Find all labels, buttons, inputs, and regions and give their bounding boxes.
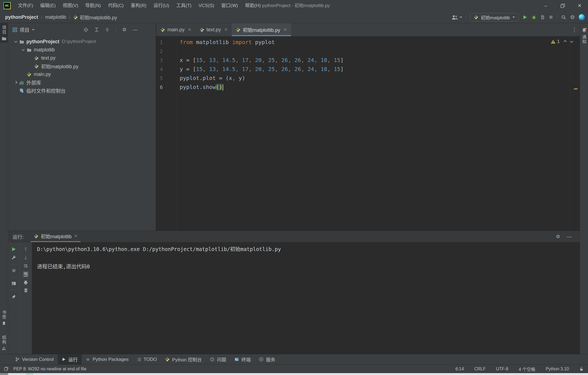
breadcrumb-item[interactable]: matplotlib: [45, 14, 66, 20]
select-opened-file-button[interactable]: [84, 27, 88, 32]
unlock-icon[interactable]: [579, 367, 584, 371]
line-number[interactable]: 6: [156, 83, 177, 92]
pin-tab-button[interactable]: [11, 294, 16, 299]
menu-item[interactable]: 文件(F): [14, 0, 37, 11]
run-options-button[interactable]: ⚙: [556, 234, 560, 239]
run-tab[interactable]: 初始matplotlib ✕: [31, 231, 81, 242]
tool-window-button[interactable]: 问题: [206, 354, 230, 365]
line-number[interactable]: 5: [156, 74, 177, 83]
stripe-button-project[interactable]: 项目: [0, 23, 8, 43]
stop-process-button[interactable]: [12, 268, 16, 273]
warning-icon: [551, 39, 556, 44]
run-button[interactable]: [522, 15, 528, 20]
menu-item[interactable]: 帮助(H): [241, 0, 264, 11]
os-taskbar-edge: [0, 373, 588, 375]
tree-item[interactable]: main.py: [8, 70, 156, 78]
chevron-down-icon[interactable]: [19, 49, 27, 51]
close-icon[interactable]: ✕: [74, 234, 78, 238]
editor-tab[interactable]: text.py✕: [195, 23, 232, 36]
stripe-button-notifications[interactable]: 通知: [580, 25, 588, 46]
menu-item[interactable]: 代码(C): [105, 0, 127, 11]
chevron-right-icon[interactable]: [12, 81, 19, 83]
hide-panel-button[interactable]: —: [133, 27, 138, 32]
breadcrumb-item[interactable]: 初始matplotlib.py: [73, 14, 117, 21]
menu-item[interactable]: 窗口(W): [218, 0, 241, 11]
code-token: 25: [268, 66, 275, 72]
collapse-all-button[interactable]: [105, 27, 109, 32]
clear-console-button[interactable]: [24, 288, 28, 293]
chevron-down-icon[interactable]: [32, 29, 35, 30]
tool-window-switcher-icon[interactable]: [4, 367, 8, 371]
line-number[interactable]: 2: [156, 47, 177, 56]
status-indent[interactable]: 4 个空格: [519, 366, 535, 372]
hide-run-panel-button[interactable]: —: [567, 234, 572, 239]
stripe-button-structure[interactable]: 结构: [0, 333, 8, 353]
editor-tab[interactable]: main.py✕: [156, 23, 195, 36]
breadcrumb-item[interactable]: pythonProject: [5, 14, 38, 20]
tool-window-button[interactable]: 服务: [255, 354, 279, 365]
tree-item[interactable]: text.py: [8, 54, 156, 62]
search-everywhere-button[interactable]: [561, 15, 566, 20]
tree-item[interactable]: pythonProjectD:\pythonProject: [8, 38, 156, 46]
user-menu[interactable]: [451, 15, 462, 20]
tool-window-button[interactable]: 终端: [230, 354, 255, 365]
tool-window-button[interactable]: Python 控制台: [161, 354, 206, 365]
previous-problem-button[interactable]: [564, 40, 566, 43]
stripe-button-bookmarks[interactable]: 书签: [0, 308, 8, 328]
edit-configuration-button[interactable]: [11, 255, 16, 260]
soft-wrap-button[interactable]: [23, 264, 28, 268]
project-options-button[interactable]: ⚙: [122, 27, 127, 32]
menu-item[interactable]: 重构(R): [127, 0, 150, 11]
status-message[interactable]: PEP 8: W292 no newline at end of file: [13, 367, 86, 371]
tab-options-icon[interactable]: ⋮: [572, 23, 577, 36]
debug-button[interactable]: [531, 15, 537, 20]
scrollbar-warning-marker[interactable]: [574, 88, 578, 89]
close-icon[interactable]: ✕: [283, 27, 287, 32]
close-button[interactable]: ✕: [571, 0, 588, 11]
run-configuration-select[interactable]: 初始matplotlib: [470, 13, 519, 21]
tool-window-button[interactable]: Version Control: [11, 354, 58, 365]
line-number[interactable]: 3: [156, 56, 177, 65]
tool-window-button[interactable]: 运行: [58, 354, 82, 365]
menu-item[interactable]: 工具(T): [173, 0, 195, 11]
tool-window-button[interactable]: Python Packages: [82, 354, 133, 365]
up-stacktrace-button[interactable]: ↑: [23, 247, 28, 252]
ide-features-icon[interactable]: [579, 14, 585, 20]
restore-button[interactable]: [554, 0, 571, 11]
breadcrumb-label: 初始matplotlib.py: [80, 14, 117, 21]
menu-item[interactable]: 导航(N): [82, 0, 105, 11]
line-number[interactable]: 1: [156, 38, 177, 47]
menu-item[interactable]: VCS(S): [195, 0, 218, 11]
stop-button[interactable]: [549, 15, 553, 19]
rerun-button[interactable]: [11, 247, 16, 252]
scroll-to-end-button[interactable]: [23, 271, 29, 277]
tree-item[interactable]: 临时文件和控制台: [8, 86, 156, 95]
print-button[interactable]: [23, 280, 28, 285]
minimize-button[interactable]: –: [537, 0, 554, 11]
next-problem-button[interactable]: [570, 40, 573, 43]
settings-button[interactable]: ⚙: [570, 14, 575, 20]
status-encoding[interactable]: UTF-8: [496, 367, 508, 371]
tree-item[interactable]: 初始matplotlib.py: [8, 62, 156, 70]
expand-all-button[interactable]: [94, 27, 99, 32]
status-caret-position[interactable]: 6:14: [455, 367, 464, 371]
chevron-down-icon[interactable]: [12, 41, 19, 43]
console-output[interactable]: D:\python\python3.10.6\python.exe D:/pyt…: [32, 242, 580, 354]
tool-window-button[interactable]: TODO: [133, 354, 161, 365]
down-stacktrace-button[interactable]: ↓: [23, 255, 28, 261]
line-number[interactable]: 4: [156, 65, 177, 74]
run-with-coverage-button[interactable]: [540, 15, 545, 20]
code-editor[interactable]: 123456 from matplotlib import pyplot x =…: [156, 36, 580, 231]
menu-item[interactable]: 运行(U): [150, 0, 173, 11]
menu-item[interactable]: 视图(V): [59, 0, 82, 11]
close-icon[interactable]: ✕: [188, 27, 191, 32]
warning-counter[interactable]: 1: [551, 39, 560, 44]
status-line-separator[interactable]: CRLF: [474, 367, 486, 371]
status-interpreter[interactable]: Python 3.10: [546, 367, 569, 371]
tree-item[interactable]: 外部库: [8, 78, 156, 86]
editor-tab[interactable]: 初始matplotlib.py✕: [232, 23, 291, 36]
tree-item[interactable]: matplotlib: [8, 46, 156, 54]
menu-item[interactable]: 编辑(E): [37, 0, 59, 11]
close-icon[interactable]: ✕: [224, 27, 228, 32]
restore-layout-button[interactable]: [11, 281, 16, 286]
